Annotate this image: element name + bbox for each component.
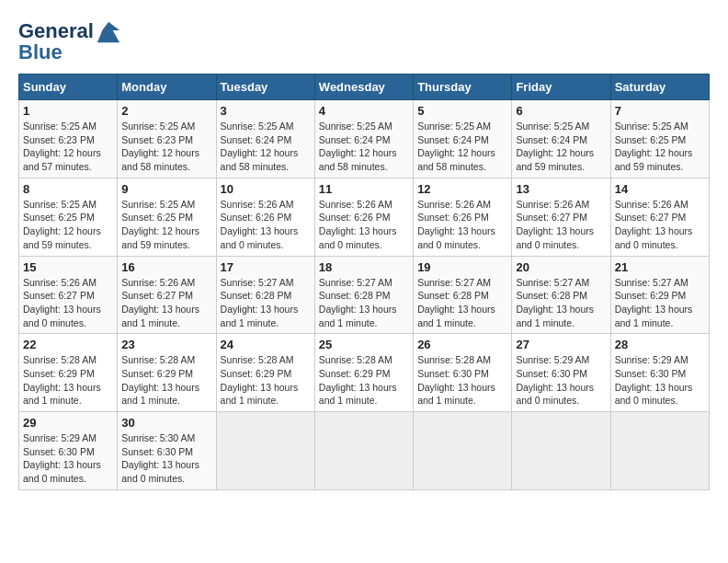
calendar-cell: 28 Sunrise: 5:29 AMSunset: 6:30 PMDaylig… [610, 334, 709, 412]
calendar-cell: 8 Sunrise: 5:25 AMSunset: 6:25 PMDayligh… [19, 178, 118, 256]
day-info: Sunrise: 5:28 AMSunset: 6:29 PMDaylight:… [121, 353, 211, 408]
day-info: Sunrise: 5:26 AMSunset: 6:27 PMDaylight:… [615, 198, 705, 252]
day-number: 24 [221, 338, 311, 351]
weekday-header-sunday: Sunday [19, 75, 118, 100]
day-number: 12 [417, 182, 507, 196]
day-info: Sunrise: 5:28 AMSunset: 6:29 PMDaylight:… [221, 353, 311, 408]
day-info: Sunrise: 5:29 AMSunset: 6:30 PMDaylight:… [615, 353, 705, 408]
day-number: 23 [121, 338, 211, 351]
day-number: 30 [121, 416, 211, 430]
day-number: 11 [319, 182, 409, 196]
day-number: 20 [516, 260, 606, 274]
day-info: Sunrise: 5:28 AMSunset: 6:30 PMDaylight:… [417, 353, 507, 408]
day-info: Sunrise: 5:27 AMSunset: 6:28 PMDaylight:… [319, 276, 409, 330]
day-info: Sunrise: 5:27 AMSunset: 6:28 PMDaylight:… [221, 276, 311, 330]
calendar-cell: 4 Sunrise: 5:25 AMSunset: 6:24 PMDayligh… [314, 100, 413, 178]
calendar-cell: 23 Sunrise: 5:28 AMSunset: 6:29 PMDaylig… [118, 334, 216, 412]
day-info: Sunrise: 5:25 AMSunset: 6:24 PMDaylight:… [221, 120, 311, 174]
calendar-week-2: 8 Sunrise: 5:25 AMSunset: 6:25 PMDayligh… [19, 178, 710, 256]
day-info: Sunrise: 5:28 AMSunset: 6:29 PMDaylight:… [23, 353, 113, 408]
day-info: Sunrise: 5:30 AMSunset: 6:30 PMDaylight:… [121, 431, 211, 486]
day-number: 27 [516, 338, 606, 351]
day-info: Sunrise: 5:25 AMSunset: 6:25 PMDaylight:… [23, 198, 113, 252]
calendar-cell: 30 Sunrise: 5:30 AMSunset: 6:30 PMDaylig… [118, 412, 216, 490]
day-number: 6 [516, 104, 606, 118]
day-info: Sunrise: 5:28 AMSunset: 6:29 PMDaylight:… [319, 353, 409, 408]
weekday-header-friday: Friday [512, 75, 610, 100]
day-info: Sunrise: 5:25 AMSunset: 6:24 PMDaylight:… [516, 120, 606, 174]
day-number: 29 [23, 416, 113, 430]
day-info: Sunrise: 5:25 AMSunset: 6:25 PMDaylight:… [121, 198, 211, 252]
calendar-cell: 26 Sunrise: 5:28 AMSunset: 6:30 PMDaylig… [414, 334, 512, 412]
calendar-cell: 19 Sunrise: 5:27 AMSunset: 6:28 PMDaylig… [414, 256, 512, 334]
day-number: 2 [121, 104, 211, 118]
logo: General Blue [18, 18, 121, 64]
day-info: Sunrise: 5:25 AMSunset: 6:25 PMDaylight:… [615, 120, 705, 174]
day-number: 13 [516, 182, 606, 196]
calendar-cell: 17 Sunrise: 5:27 AMSunset: 6:28 PMDaylig… [216, 256, 314, 334]
calendar-cell: 24 Sunrise: 5:28 AMSunset: 6:29 PMDaylig… [216, 334, 314, 412]
calendar-cell: 1 Sunrise: 5:25 AMSunset: 6:23 PMDayligh… [19, 100, 118, 178]
calendar-cell: 7 Sunrise: 5:25 AMSunset: 6:25 PMDayligh… [610, 100, 709, 178]
day-number: 9 [121, 182, 211, 196]
day-info: Sunrise: 5:26 AMSunset: 6:26 PMDaylight:… [417, 198, 507, 252]
day-info: Sunrise: 5:29 AMSunset: 6:30 PMDaylight:… [516, 353, 606, 408]
calendar-cell: 27 Sunrise: 5:29 AMSunset: 6:30 PMDaylig… [512, 334, 610, 412]
calendar-cell: 18 Sunrise: 5:27 AMSunset: 6:28 PMDaylig… [314, 256, 413, 334]
weekday-header-wednesday: Wednesday [314, 75, 413, 100]
calendar-cell: 9 Sunrise: 5:25 AMSunset: 6:25 PMDayligh… [118, 178, 216, 256]
calendar-cell [610, 412, 709, 490]
calendar-cell: 11 Sunrise: 5:26 AMSunset: 6:26 PMDaylig… [314, 178, 413, 256]
day-number: 1 [23, 104, 113, 118]
day-info: Sunrise: 5:25 AMSunset: 6:23 PMDaylight:… [23, 120, 113, 174]
weekday-header-tuesday: Tuesday [216, 75, 314, 100]
calendar-cell: 10 Sunrise: 5:26 AMSunset: 6:26 PMDaylig… [216, 178, 314, 256]
day-info: Sunrise: 5:27 AMSunset: 6:28 PMDaylight:… [516, 276, 606, 330]
day-info: Sunrise: 5:26 AMSunset: 6:27 PMDaylight:… [516, 198, 606, 252]
day-number: 16 [121, 260, 211, 274]
day-info: Sunrise: 5:26 AMSunset: 6:27 PMDaylight:… [23, 276, 113, 330]
day-number: 28 [615, 338, 705, 351]
calendar-cell: 21 Sunrise: 5:27 AMSunset: 6:29 PMDaylig… [610, 256, 709, 334]
day-info: Sunrise: 5:26 AMSunset: 6:26 PMDaylight:… [221, 198, 311, 252]
calendar-week-5: 29 Sunrise: 5:29 AMSunset: 6:30 PMDaylig… [19, 412, 710, 490]
day-number: 26 [417, 338, 507, 351]
calendar-cell [512, 412, 610, 490]
day-number: 14 [615, 182, 705, 196]
day-info: Sunrise: 5:27 AMSunset: 6:29 PMDaylight:… [615, 276, 705, 330]
calendar-cell: 2 Sunrise: 5:25 AMSunset: 6:23 PMDayligh… [118, 100, 216, 178]
calendar-cell: 20 Sunrise: 5:27 AMSunset: 6:28 PMDaylig… [512, 256, 610, 334]
calendar-cell: 15 Sunrise: 5:26 AMSunset: 6:27 PMDaylig… [19, 256, 118, 334]
calendar-cell: 5 Sunrise: 5:25 AMSunset: 6:24 PMDayligh… [414, 100, 512, 178]
calendar-week-1: 1 Sunrise: 5:25 AMSunset: 6:23 PMDayligh… [19, 100, 710, 178]
weekday-header-monday: Monday [118, 75, 216, 100]
calendar-cell [414, 412, 512, 490]
calendar-cell: 29 Sunrise: 5:29 AMSunset: 6:30 PMDaylig… [19, 412, 118, 490]
calendar-cell: 16 Sunrise: 5:26 AMSunset: 6:27 PMDaylig… [118, 256, 216, 334]
calendar-cell: 13 Sunrise: 5:26 AMSunset: 6:27 PMDaylig… [512, 178, 610, 256]
day-number: 18 [319, 260, 409, 274]
day-info: Sunrise: 5:25 AMSunset: 6:24 PMDaylight:… [417, 120, 507, 174]
page-header: General Blue [18, 18, 710, 64]
day-number: 17 [221, 260, 311, 274]
calendar-cell: 6 Sunrise: 5:25 AMSunset: 6:24 PMDayligh… [512, 100, 610, 178]
day-number: 5 [417, 104, 507, 118]
calendar-table: SundayMondayTuesdayWednesdayThursdayFrid… [18, 74, 710, 490]
day-number: 25 [319, 338, 409, 351]
day-number: 22 [23, 338, 113, 351]
calendar-week-3: 15 Sunrise: 5:26 AMSunset: 6:27 PMDaylig… [19, 256, 710, 334]
day-number: 7 [615, 104, 705, 118]
calendar-header: SundayMondayTuesdayWednesdayThursdayFrid… [19, 75, 710, 100]
logo-icon [96, 18, 121, 44]
calendar-cell [216, 412, 314, 490]
weekday-header-thursday: Thursday [414, 75, 512, 100]
calendar-cell: 25 Sunrise: 5:28 AMSunset: 6:29 PMDaylig… [314, 334, 413, 412]
calendar-cell: 22 Sunrise: 5:28 AMSunset: 6:29 PMDaylig… [19, 334, 118, 412]
weekday-header-saturday: Saturday [610, 75, 709, 100]
day-info: Sunrise: 5:27 AMSunset: 6:28 PMDaylight:… [417, 276, 507, 330]
day-number: 21 [615, 260, 705, 274]
day-info: Sunrise: 5:25 AMSunset: 6:23 PMDaylight:… [121, 120, 211, 174]
calendar-week-4: 22 Sunrise: 5:28 AMSunset: 6:29 PMDaylig… [19, 334, 710, 412]
day-info: Sunrise: 5:26 AMSunset: 6:27 PMDaylight:… [121, 276, 211, 330]
day-number: 3 [221, 104, 311, 118]
